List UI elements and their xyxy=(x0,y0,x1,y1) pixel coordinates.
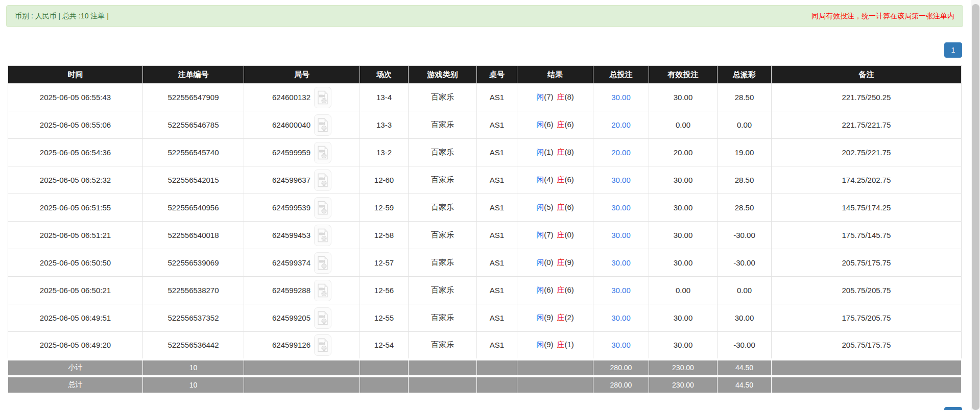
col-header-payout: 总派彩 xyxy=(718,66,772,84)
cell-note: 145.75/174.25 xyxy=(772,194,962,222)
video-replay-button[interactable] xyxy=(314,307,331,329)
total-bet-link[interactable]: 20.00 xyxy=(611,148,631,157)
vertical-scrollbar[interactable] xyxy=(971,0,980,410)
cell-valid-bet: 30.00 xyxy=(649,222,718,249)
video-replay-icon xyxy=(317,90,328,105)
video-replay-icon xyxy=(317,311,328,325)
banker-points: (8) xyxy=(565,148,574,156)
video-replay-button[interactable] xyxy=(314,170,331,191)
cell-result: 闲(7)庄(0) xyxy=(517,222,593,249)
video-replay-icon xyxy=(317,118,328,132)
scrollbar-thumb[interactable] xyxy=(972,4,979,410)
video-replay-icon xyxy=(317,173,328,187)
video-replay-button[interactable] xyxy=(314,114,331,136)
cell-note: 205.75/175.75 xyxy=(772,332,962,359)
cell-table-no: AS1 xyxy=(477,332,517,359)
player-label: 闲 xyxy=(536,120,544,129)
cell-payout: -30.00 xyxy=(718,249,772,277)
cell-result: 闲(4)庄(6) xyxy=(517,166,593,194)
cell-total-bet: 30.00 xyxy=(593,304,649,332)
table-row: 2025-06-05 06:50:50 522556539069 6245993… xyxy=(8,249,962,277)
player-label: 闲 xyxy=(536,203,544,211)
total-bet-link[interactable]: 30.00 xyxy=(611,258,631,267)
total-bet-link[interactable]: 30.00 xyxy=(611,286,631,295)
total-bet-link[interactable]: 30.00 xyxy=(611,203,631,212)
video-replay-button[interactable] xyxy=(314,225,331,246)
cell-payout: 28.50 xyxy=(718,166,772,194)
page-1-button-bottom[interactable]: 1 xyxy=(944,407,962,410)
cell-time: 2025-06-05 06:55:43 xyxy=(8,84,143,111)
round-number: 624599205 xyxy=(272,313,310,322)
round-number: 624599126 xyxy=(272,341,310,349)
cell-result: 闲(0)庄(9) xyxy=(517,249,593,277)
table-body: 2025-06-05 06:55:43 522556547909 6246001… xyxy=(8,84,962,359)
video-replay-button[interactable] xyxy=(314,334,331,356)
video-replay-button[interactable] xyxy=(314,142,331,163)
video-replay-button[interactable] xyxy=(314,252,331,274)
player-points: (7) xyxy=(544,230,553,239)
cell-note: 221.75/250.25 xyxy=(772,84,962,111)
cell-bet-id: 522556537352 xyxy=(143,304,244,332)
cell-game-type: 百家乐 xyxy=(409,84,477,111)
cell-round: 624599637 xyxy=(244,166,360,194)
player-points: (6) xyxy=(544,120,553,129)
player-label: 闲 xyxy=(536,258,544,267)
table-footer: 小计 10 280.00 230.00 44.50 总计 10 280.00 2… xyxy=(8,359,962,393)
cell-time: 2025-06-05 06:52:32 xyxy=(8,166,143,194)
player-points: (1) xyxy=(544,148,553,156)
player-label: 闲 xyxy=(536,148,544,156)
total-bet-link[interactable]: 30.00 xyxy=(611,231,631,239)
video-replay-button[interactable] xyxy=(314,197,331,219)
total-valid-bet: 230.00 xyxy=(649,376,718,393)
player-label: 闲 xyxy=(536,340,544,349)
cell-time: 2025-06-05 06:55:06 xyxy=(8,111,143,139)
cell-payout: 0.00 xyxy=(718,111,772,139)
col-header-time: 时间 xyxy=(8,66,143,84)
cell-round: 624600132 xyxy=(244,84,360,111)
total-bet-link[interactable]: 20.00 xyxy=(611,120,631,129)
banker-points: (8) xyxy=(565,92,574,101)
cell-round: 624599288 xyxy=(244,277,360,304)
total-bet-link[interactable]: 30.00 xyxy=(611,93,631,102)
total-bet-link[interactable]: 30.00 xyxy=(611,176,631,184)
cell-total-bet: 30.00 xyxy=(593,222,649,249)
cell-time: 2025-06-05 06:51:21 xyxy=(8,222,143,249)
cell-note: 174.25/202.75 xyxy=(772,166,962,194)
player-points: (0) xyxy=(544,258,553,267)
cell-payout: 28.50 xyxy=(718,84,772,111)
video-replay-button[interactable] xyxy=(314,87,331,108)
cell-time: 2025-06-05 06:49:20 xyxy=(8,332,143,359)
cell-table-no: AS1 xyxy=(477,194,517,222)
total-bet-link[interactable]: 30.00 xyxy=(611,313,631,322)
cell-round: 624599126 xyxy=(244,332,360,359)
banker-points: (9) xyxy=(565,258,574,267)
cell-game-type: 百家乐 xyxy=(409,111,477,139)
total-bet-link[interactable]: 30.00 xyxy=(611,341,631,349)
cell-round: 624600040 xyxy=(244,111,360,139)
cell-total-bet: 20.00 xyxy=(593,111,649,139)
banker-points: (6) xyxy=(565,285,574,294)
pagination-top: 1 xyxy=(8,42,962,58)
banker-label: 庄 xyxy=(557,148,565,156)
cell-time: 2025-06-05 06:50:21 xyxy=(8,277,143,304)
round-number: 624600132 xyxy=(272,93,310,102)
video-replay-icon xyxy=(317,283,328,298)
banker-label: 庄 xyxy=(557,175,565,184)
col-header-round: 局号 xyxy=(244,66,360,84)
cell-time: 2025-06-05 06:49:51 xyxy=(8,304,143,332)
subtotal-total-bet: 280.00 xyxy=(593,359,649,376)
video-replay-button[interactable] xyxy=(314,280,331,301)
cell-valid-bet: 0.00 xyxy=(649,277,718,304)
col-header-note: 备注 xyxy=(772,66,962,84)
col-header-session: 场次 xyxy=(360,66,409,84)
page-1-button[interactable]: 1 xyxy=(944,42,962,58)
cell-table-no: AS1 xyxy=(477,277,517,304)
cell-bet-id: 522556546785 xyxy=(143,111,244,139)
cell-bet-id: 522556547909 xyxy=(143,84,244,111)
cell-session: 12-55 xyxy=(360,304,409,332)
player-points: (7) xyxy=(544,92,553,101)
cell-table-no: AS1 xyxy=(477,111,517,139)
pagination-bottom: 1 xyxy=(8,407,962,410)
cell-session: 12-56 xyxy=(360,277,409,304)
total-label: 总计 xyxy=(8,376,143,393)
